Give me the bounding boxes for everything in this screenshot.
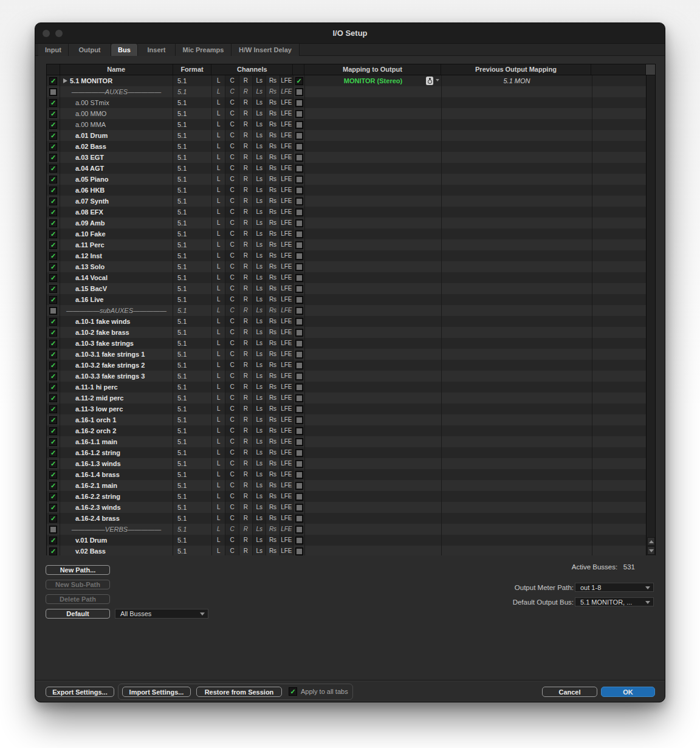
channel-ls[interactable]: Ls [253, 425, 266, 436]
path-active-checkbox[interactable]: ✓ [49, 504, 57, 512]
path-name-cell[interactable]: a.16-1 orch 1 [60, 414, 173, 425]
channel-c[interactable]: C [225, 327, 239, 338]
path-name-cell[interactable]: a.16-2.3 winds [60, 502, 173, 513]
path-active-checkbox[interactable]: ✓ [49, 187, 57, 194]
channel-rs[interactable]: Rs [266, 513, 280, 524]
path-format-cell[interactable]: 5.1 [173, 207, 212, 218]
channel-r[interactable]: R [239, 250, 253, 261]
path-name-cell[interactable]: a.11-1 hi perc [60, 382, 173, 393]
channel-ls[interactable]: Ls [253, 196, 266, 207]
channel-rs[interactable]: Rs [266, 436, 280, 447]
mapping-enable-checkbox[interactable] [295, 416, 303, 424]
mapping-enable-checkbox[interactable] [295, 471, 303, 479]
channel-ls[interactable]: Ls [253, 239, 266, 250]
channel-r[interactable]: R [239, 513, 253, 524]
table-row[interactable]: ✓a.00 MMA5.1LCRLsRsLFE [47, 119, 655, 130]
channel-ls[interactable]: Ls [253, 185, 266, 196]
mapping-cell[interactable] [305, 469, 442, 480]
channel-c[interactable]: C [225, 338, 239, 349]
channel-l[interactable]: L [212, 228, 225, 239]
mapping-cell[interactable] [305, 480, 442, 491]
path-active-checkbox[interactable]: ✓ [49, 537, 57, 544]
channel-ls[interactable]: Ls [253, 371, 266, 382]
channel-l[interactable]: L [212, 305, 225, 316]
mapping-enable-checkbox[interactable] [295, 88, 303, 96]
channel-l[interactable]: L [212, 283, 225, 294]
cancel-button[interactable]: Cancel [542, 687, 597, 697]
channel-c[interactable]: C [225, 141, 239, 152]
channel-c[interactable]: C [225, 294, 239, 305]
mapping-enable-checkbox[interactable] [295, 438, 303, 446]
path-active-checkbox[interactable]: ✓ [49, 438, 57, 446]
channel-c[interactable]: C [225, 75, 239, 86]
mapping-enable-checkbox[interactable] [295, 285, 303, 293]
path-format-cell[interactable]: 5.1 [173, 436, 212, 447]
mapping-enable-checkbox[interactable] [295, 340, 303, 348]
path-format-cell[interactable]: 5.1 [173, 218, 212, 228]
mapping-cell[interactable] [305, 371, 442, 382]
channel-l[interactable]: L [212, 458, 225, 469]
channel-lfe[interactable]: LFE [280, 174, 293, 185]
table-row[interactable]: ✓a.16-2.2 string5.1LCRLsRsLFE [47, 491, 655, 502]
mapping-cell[interactable] [305, 546, 442, 555]
channel-ls[interactable]: Ls [253, 152, 266, 163]
channel-rs[interactable]: Rs [266, 327, 280, 338]
mapping-cell[interactable] [305, 119, 442, 130]
path-active-checkbox[interactable]: ✓ [49, 449, 57, 457]
channel-rs[interactable]: Rs [266, 272, 280, 283]
path-active-checkbox[interactable]: ✓ [49, 274, 57, 282]
channel-ls[interactable]: Ls [253, 502, 266, 513]
channel-l[interactable]: L [212, 436, 225, 447]
channel-r[interactable]: R [239, 425, 253, 436]
channel-lfe[interactable]: LFE [280, 294, 293, 305]
mapping-cell[interactable] [305, 382, 442, 393]
channel-ls[interactable]: Ls [253, 535, 266, 546]
path-format-cell[interactable]: 5.1 [173, 491, 212, 502]
path-name-cell[interactable]: a.10-3.2 fake strings 2 [60, 360, 173, 371]
table-row-divider[interactable]: —————subAUXES—————5.1LCRLsRsLFE [47, 305, 655, 316]
channel-ls[interactable]: Ls [253, 403, 266, 414]
path-format-cell[interactable]: 5.1 [173, 152, 212, 163]
table-row[interactable]: ✓a.09 Amb5.1LCRLsRsLFE [47, 218, 655, 228]
mapping-cell[interactable] [305, 141, 442, 152]
table-row[interactable]: ✓a.16-2.4 brass5.1LCRLsRsLFE [47, 513, 655, 524]
channel-ls[interactable]: Ls [253, 86, 266, 97]
path-active-checkbox[interactable]: ✓ [49, 219, 57, 227]
mapping-enable-checkbox[interactable] [295, 263, 303, 271]
table-row[interactable]: ✓a.15 BacV5.1LCRLsRsLFE [47, 283, 655, 294]
channel-l[interactable]: L [212, 316, 225, 327]
mapping-cell[interactable] [305, 393, 442, 403]
channel-rs[interactable]: Rs [266, 239, 280, 250]
path-format-cell[interactable]: 5.1 [173, 250, 212, 261]
channel-l[interactable]: L [212, 469, 225, 480]
path-format-cell[interactable]: 5.1 [173, 97, 212, 108]
channel-l[interactable]: L [212, 75, 225, 86]
table-row[interactable]: ✓a.16-2 orch 25.1LCRLsRsLFE [47, 425, 655, 436]
channel-rs[interactable]: Rs [266, 338, 280, 349]
table-row[interactable]: ✓a.16-1.2 string5.1LCRLsRsLFE [47, 447, 655, 458]
channel-c[interactable]: C [225, 174, 239, 185]
channel-l[interactable]: L [212, 152, 225, 163]
channel-l[interactable]: L [212, 338, 225, 349]
mapping-cell[interactable] [305, 130, 442, 141]
mapping-cell[interactable] [305, 458, 442, 469]
mapping-enable-checkbox[interactable] [295, 318, 303, 326]
channel-l[interactable]: L [212, 207, 225, 218]
channel-ls[interactable]: Ls [253, 458, 266, 469]
channel-ls[interactable]: Ls [253, 524, 266, 535]
scroll-down-button[interactable] [647, 546, 655, 555]
path-name-cell[interactable]: a.06 HKB [60, 185, 173, 196]
path-format-cell[interactable]: 5.1 [173, 535, 212, 546]
table-row[interactable]: ✓a.07 Synth5.1LCRLsRsLFE [47, 196, 655, 207]
channel-l[interactable]: L [212, 349, 225, 360]
path-name-cell[interactable]: a.00 MMO [60, 108, 173, 119]
channel-rs[interactable]: Rs [266, 447, 280, 458]
channel-l[interactable]: L [212, 414, 225, 425]
path-name-cell[interactable]: —————subAUXES————— [60, 305, 173, 316]
mapping-enable-checkbox[interactable] [295, 154, 303, 162]
mapping-enable-checkbox[interactable] [295, 460, 303, 468]
channel-c[interactable]: C [225, 228, 239, 239]
table-row[interactable]: ✓a.13 Solo5.1LCRLsRsLFE [47, 261, 655, 272]
header-previous[interactable]: Previous Output Mapping [441, 64, 592, 75]
path-active-checkbox[interactable]: ✓ [49, 77, 57, 85]
